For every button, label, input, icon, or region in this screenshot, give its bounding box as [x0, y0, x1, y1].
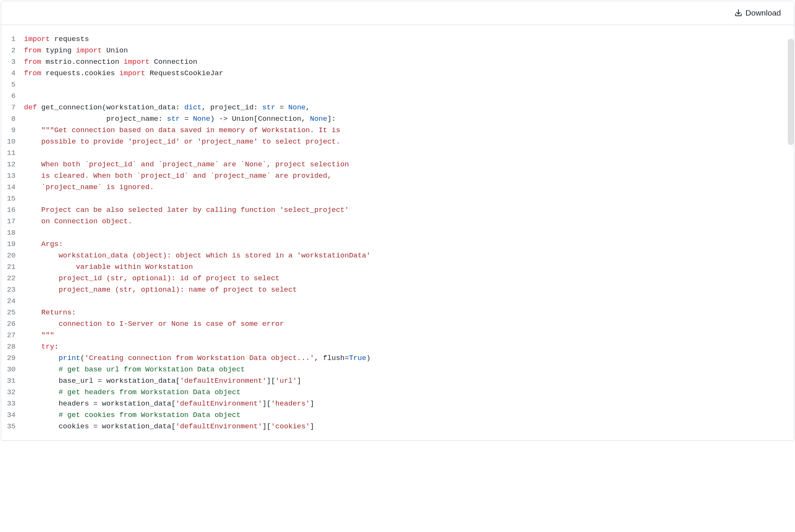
line-number: 31: [5, 375, 16, 387]
code-line[interactable]: connection to I-Server or None is case o…: [24, 318, 786, 330]
code-line[interactable]: base_url = workstation_data['defaultEnvi…: [24, 375, 786, 387]
line-number: 11: [5, 147, 16, 159]
line-number: 16: [5, 204, 16, 216]
line-number: 35: [5, 421, 16, 432]
line-number: 1: [5, 33, 16, 45]
line-number: 24: [5, 295, 16, 307]
code-line[interactable]: possible to provide 'project_id' or 'pro…: [24, 136, 786, 147]
code-line[interactable]: When both `project_id` and `project_name…: [24, 159, 786, 170]
code-line[interactable]: # get cookies from Workstation Data obje…: [24, 409, 786, 421]
line-number: 29: [5, 352, 16, 364]
code-line[interactable]: variable within Workstation: [24, 261, 786, 273]
line-number: 18: [5, 227, 16, 238]
line-number: 5: [5, 79, 16, 90]
line-number: 13: [5, 170, 16, 182]
line-number: 7: [5, 102, 16, 113]
code-line[interactable]: """Get connection based on data saved in…: [24, 125, 786, 136]
line-number: 27: [5, 330, 16, 341]
line-number: 9: [5, 125, 16, 136]
scrollbar-thumb[interactable]: [788, 39, 794, 145]
code-line[interactable]: cookies = workstation_data['defaultEnvir…: [24, 421, 786, 432]
code-line[interactable]: project_name (str, optional): name of pr…: [24, 284, 786, 295]
download-label: Download: [746, 8, 781, 17]
code-line[interactable]: from mstrio.connection import Connection: [24, 56, 786, 68]
code-line[interactable]: """: [24, 330, 786, 341]
code-line[interactable]: import requests: [24, 33, 786, 45]
code-line[interactable]: `project_name` is ignored.: [24, 182, 786, 193]
code-line[interactable]: [24, 227, 786, 238]
code-area[interactable]: 1234567891011121314151617181920212223242…: [1, 25, 794, 440]
line-number: 32: [5, 387, 16, 398]
code-content[interactable]: import requestsfrom typing import Unionf…: [24, 33, 794, 432]
code-viewer-header: Download: [1, 1, 794, 25]
line-number: 25: [5, 307, 16, 318]
code-line[interactable]: Returns:: [24, 307, 786, 318]
download-button[interactable]: Download: [730, 6, 785, 19]
code-line[interactable]: [24, 193, 786, 204]
code-viewer-container: Download 1234567891011121314151617181920…: [1, 1, 794, 441]
code-line[interactable]: # get base url from Workstation Data obj…: [24, 364, 786, 375]
code-line[interactable]: project_name: str = None) -> Union[Conne…: [24, 113, 786, 125]
code-line[interactable]: [24, 295, 786, 307]
line-number: 20: [5, 250, 16, 261]
line-number: 12: [5, 159, 16, 170]
code-line[interactable]: Args:: [24, 238, 786, 250]
code-line[interactable]: # get headers from Workstation Data obje…: [24, 387, 786, 398]
line-number: 8: [5, 113, 16, 125]
code-line[interactable]: workstation_data (object): object which …: [24, 250, 786, 261]
download-icon: [734, 9, 743, 17]
code-line[interactable]: project_id (str, optional): id of projec…: [24, 273, 786, 284]
code-line[interactable]: try:: [24, 341, 786, 352]
code-line[interactable]: print('Creating connection from Workstat…: [24, 352, 786, 364]
line-number: 17: [5, 216, 16, 227]
code-line[interactable]: on Connection object.: [24, 216, 786, 227]
line-number: 26: [5, 318, 16, 330]
line-number: 6: [5, 90, 16, 102]
line-number: 14: [5, 182, 16, 193]
code-line[interactable]: [24, 90, 786, 102]
code-line[interactable]: headers = workstation_data['defaultEnvir…: [24, 398, 786, 409]
line-number: 15: [5, 193, 16, 204]
code-line[interactable]: Project can be also selected later by ca…: [24, 204, 786, 216]
line-number: 21: [5, 261, 16, 273]
line-number: 33: [5, 398, 16, 409]
line-number: 4: [5, 68, 16, 79]
line-number: 28: [5, 341, 16, 352]
line-number: 2: [5, 45, 16, 56]
code-line[interactable]: is cleared. When both `project_id` and `…: [24, 170, 786, 182]
line-number: 10: [5, 136, 16, 147]
line-number: 30: [5, 364, 16, 375]
code-line[interactable]: [24, 79, 786, 90]
line-number: 34: [5, 409, 16, 421]
line-number-gutter: 1234567891011121314151617181920212223242…: [1, 33, 24, 432]
line-number: 23: [5, 284, 16, 295]
code-line[interactable]: from requests.cookies import RequestsCoo…: [24, 68, 786, 79]
line-number: 22: [5, 273, 16, 284]
line-number: 19: [5, 238, 16, 250]
code-line[interactable]: [24, 147, 786, 159]
line-number: 3: [5, 56, 16, 68]
code-line[interactable]: def get_connection(workstation_data: dic…: [24, 102, 786, 113]
code-line[interactable]: from typing import Union: [24, 45, 786, 56]
